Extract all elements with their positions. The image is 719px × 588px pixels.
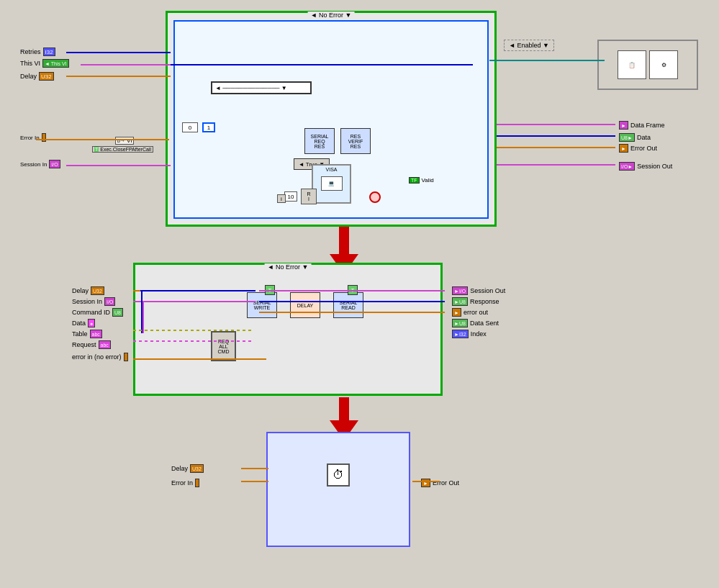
- data-row-top: U8► Data: [619, 133, 651, 142]
- table-row: Table abc: [72, 330, 102, 338]
- wire-teal-top: [489, 60, 605, 61]
- data-frame-row: ► Data Frame: [619, 121, 664, 130]
- wire-session-out-right: [497, 164, 615, 166]
- session-out-top-row: I/O► Session Out: [619, 162, 672, 171]
- error-out-mid-row: ► error out: [452, 308, 488, 317]
- request-row: Request abc: [72, 340, 111, 349]
- error-in-top-row: Error In: [20, 133, 46, 142]
- r-i-block: RI: [301, 189, 317, 204]
- top-block: ◄ No Error ▼ ◄ ────────────── ▼ 0 1 SERI…: [166, 11, 497, 227]
- wire-retries: [66, 52, 171, 53]
- wire-long-blue-top: [171, 64, 473, 65]
- tf-valid: TF Valid: [409, 177, 434, 184]
- stop-button[interactable]: [369, 191, 381, 203]
- wire-pink-dashed: [133, 340, 252, 342]
- wire-response-mid: [259, 301, 445, 302]
- wire-blue-mid-long: [140, 290, 256, 291]
- session-out-mid-row: ►I/O Session Out: [452, 286, 505, 295]
- data-sent-row: ►U8 Data Sent: [452, 319, 499, 327]
- v-wire-mid-2: [143, 301, 144, 333]
- wire-pink-mid-long: [140, 301, 256, 302]
- delay-mid-row: Delay U32: [72, 286, 104, 295]
- wire-delay-mid: [133, 290, 140, 291]
- vi-row: b→ VI: [115, 137, 134, 145]
- error-out-top-row: ► Error Out: [619, 144, 657, 153]
- const-i: i: [277, 194, 286, 203]
- dropdown-selector[interactable]: ◄ ────────────── ▼: [211, 81, 312, 94]
- main-canvas: ◄ No Error ▼ ◄ ────────────── ▼ 0 1 SERI…: [0, 0, 719, 588]
- res-verif-block: RES VERIF RES: [340, 128, 371, 154]
- wire-data-frame-right: [497, 124, 615, 125]
- num-box-0[interactable]: 0: [182, 122, 198, 132]
- valid-label: Valid: [422, 177, 434, 184]
- wire-data-right: [497, 135, 615, 137]
- delay-bot-row: Delay U32: [171, 464, 204, 473]
- vi-block-right: 📋 ⚙: [597, 40, 698, 90]
- wire-session-out-mid: [259, 290, 445, 291]
- wire-error-out-mid: [259, 312, 445, 313]
- req-all-cmd-block: REQ ALL CMD: [211, 331, 236, 361]
- vi-icon-2: ⚙: [649, 50, 678, 79]
- error-out-bot-row: ► Error Out: [421, 479, 459, 487]
- const-10: 10: [284, 191, 297, 202]
- wire-error-out-right: [497, 147, 615, 148]
- enabled-panel: ◄ Enabled ▼: [504, 40, 554, 51]
- num-box-1[interactable]: 1: [202, 122, 215, 132]
- retries-row: Retries I32: [20, 48, 55, 56]
- wire-error-in-top: [36, 139, 169, 140]
- wire-orange-mid: [133, 358, 266, 360]
- wire-session-mid: [133, 301, 140, 302]
- wire-this-vi: [81, 64, 171, 65]
- error-in-bot-row: Error In: [171, 479, 199, 487]
- serial-read-block: SERIAL READ: [333, 292, 363, 318]
- delay-block: DELAY: [290, 292, 320, 318]
- serial-req-res-block: SERIAL REQ RES: [304, 128, 335, 154]
- visa-inner-sub: 💻: [321, 176, 343, 191]
- data-mid-row: Data ●: [72, 319, 95, 327]
- session-in-mid-row: Session In I/O: [72, 297, 115, 306]
- this-vi-row: This VI ◄ This VI: [20, 59, 69, 68]
- wait-icon: ⏱: [327, 463, 350, 487]
- wire-error-in-bot: [241, 481, 268, 482]
- serial-write-block: SERIAL WRITE: [247, 292, 277, 318]
- bot-block: ⏱: [266, 432, 410, 547]
- wire-delay-top: [66, 76, 171, 77]
- session-in-top-row: Session In I/O: [20, 160, 60, 168]
- vi-icon-1: 📋: [618, 50, 646, 79]
- wire-delay-bot: [241, 468, 268, 469]
- top-block-label: ◄ No Error ▼: [308, 12, 355, 19]
- exec-close-row: T Exec.CloseFPAfterCall: [92, 146, 153, 153]
- error-in-mid-row: error in (no error): [72, 353, 128, 361]
- command-id-row: Command ID U8: [72, 308, 123, 317]
- vi-icons: 📋 ⚙: [599, 41, 697, 89]
- response-row: ►U8 Response: [452, 297, 499, 306]
- index-row: ►I32 Index: [452, 330, 487, 338]
- visa-inner-block: VISA 💻: [312, 164, 351, 204]
- wire-session-in: [66, 165, 171, 166]
- delay-top-row: Delay U32: [20, 72, 54, 81]
- mid-block-label: ◄ No Error ▼: [265, 263, 312, 271]
- visa-label: VISA: [313, 166, 350, 173]
- wire-yellow-dashed-1: [133, 330, 252, 331]
- wire-error-out-bot: [412, 481, 440, 482]
